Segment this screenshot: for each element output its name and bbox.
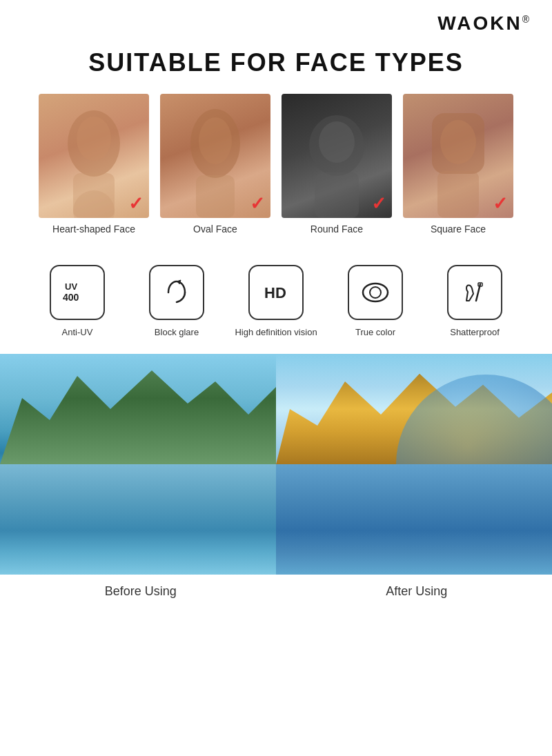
brand-logo: WAOKN®	[437, 12, 531, 34]
checkmark-heart: ✓	[128, 195, 144, 212]
block-glare-icon-box	[149, 265, 204, 320]
true-color-icon-box	[348, 265, 403, 320]
anti-uv-icon-box: UV 400	[50, 265, 105, 320]
svg-point-8	[319, 121, 355, 163]
feature-anti-uv: UV 400 Anti-UV	[36, 265, 119, 337]
face-label-heart: Heart-shaped Face	[52, 223, 135, 235]
uv400-icon: UV 400	[59, 275, 95, 310]
page-title: SUITABLE FOR FACE TYPES	[0, 41, 552, 94]
brand-header: WAOKN®	[0, 0, 552, 41]
svg-point-5	[199, 117, 232, 164]
face-photo-square-wrapper: ✓	[403, 94, 513, 218]
shatterproof-icon-box	[447, 265, 502, 320]
svg-rect-12	[437, 171, 479, 218]
true-color-label: True color	[355, 327, 395, 337]
feature-true-color: True color	[334, 265, 417, 337]
face-photo-heart-wrapper: ✓	[39, 94, 149, 218]
feature-shatterproof: Shatterproof	[433, 265, 516, 337]
shatterproof-label: Shatterproof	[450, 327, 500, 337]
before-label: Before Using	[105, 584, 177, 599]
after-label: After Using	[386, 584, 447, 599]
hd-label: High definition vision	[235, 327, 317, 337]
lens-overlay	[396, 375, 552, 554]
comparison-labels: Before Using After Using	[0, 575, 552, 613]
face-photo-oval-wrapper: ✓	[160, 94, 270, 218]
svg-rect-9	[315, 172, 359, 218]
svg-text:400: 400	[63, 292, 79, 303]
lens-icon	[357, 275, 393, 310]
face-label-oval: Oval Face	[193, 223, 237, 235]
comparison-images	[0, 354, 552, 575]
svg-point-11	[440, 120, 476, 164]
tools-icon	[457, 275, 493, 310]
feature-hd: HD High definition vision	[235, 265, 317, 337]
block-glare-icon	[159, 275, 195, 310]
feature-block-glare: Block glare	[135, 265, 218, 337]
face-type-oval: ✓ Oval Face	[160, 94, 270, 235]
face-label-round: Round Face	[310, 223, 363, 235]
face-type-heart: ✓ Heart-shaped Face	[39, 94, 149, 235]
svg-text:UV: UV	[65, 281, 77, 292]
comparison-before-image	[0, 354, 276, 575]
svg-rect-6	[196, 175, 235, 218]
face-photo-round-wrapper: ✓	[282, 94, 392, 218]
checkmark-oval: ✓	[250, 195, 265, 212]
svg-point-16	[363, 284, 388, 301]
hd-icon: HD	[258, 275, 294, 310]
comparison-after-image	[276, 354, 552, 575]
face-types-section: ✓ Heart-shaped Face ✓ Oval Face	[0, 94, 552, 251]
comparison-section: Before Using After Using	[0, 354, 552, 613]
svg-point-17	[370, 287, 381, 298]
svg-text:HD: HD	[264, 284, 286, 301]
checkmark-square: ✓	[493, 195, 508, 212]
face-type-round: ✓ Round Face	[282, 94, 392, 235]
anti-uv-label: Anti-UV	[62, 327, 93, 337]
face-type-square: ✓ Square Face	[403, 94, 513, 235]
face-label-square: Square Face	[431, 223, 486, 235]
svg-point-1	[77, 117, 111, 161]
checkmark-round: ✓	[371, 195, 386, 212]
features-section: UV 400 Anti-UV Block glare HD High defin…	[0, 251, 552, 354]
block-glare-label: Block glare	[155, 327, 199, 337]
hd-icon-box: HD	[248, 265, 304, 320]
